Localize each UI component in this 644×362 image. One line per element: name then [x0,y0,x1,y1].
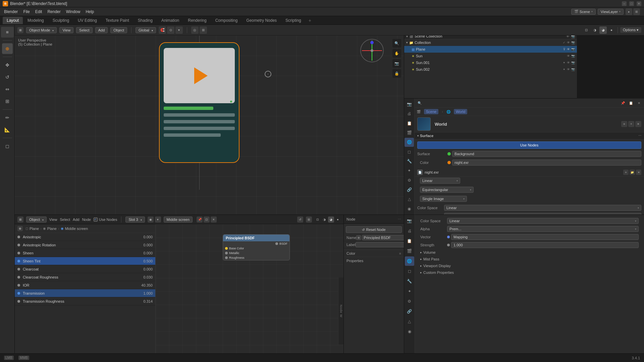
viewport-type-icon[interactable]: ⊞ [17,27,23,33]
render-btn[interactable]: ▸ [626,8,632,15]
shader-particles-icon[interactable]: ✦ [405,287,414,296]
mat-prop-ior[interactable]: IOR 40.350 [15,281,155,289]
node-popout-btn[interactable]: ⊡ [204,217,210,223]
outliner-collection[interactable]: ▾ 📁 Collection ✓ 👁 📷 [404,39,577,46]
plane-camera[interactable]: 📷 [571,48,575,51]
shader-cs-dropdown[interactable]: Linear ▾ [447,218,639,224]
object-mode-dropdown[interactable]: Object Mode ▾ [26,27,57,33]
rotate-tool[interactable]: ↺ [2,72,13,82]
move-tool[interactable]: ✥ [2,60,13,70]
cs-value-dropdown[interactable]: Linear ▾ [444,205,641,211]
camera-fly-icon[interactable]: 📷 [392,59,401,68]
node-shading-2[interactable]: ◑ [321,217,327,223]
shader-world-icon[interactable]: 🌐 [405,256,414,266]
hand-icon[interactable]: ✋ [392,49,401,58]
surface-value[interactable]: Background [452,151,641,157]
night-exr-unlink[interactable]: ✕ [636,170,641,175]
node-pin-btn[interactable]: 📌 [197,217,203,223]
viewport-3d[interactable]: User Perspective (5) Collection | Plane [15,36,404,215]
sun001-visibility[interactable]: 👁 [567,61,570,64]
node-add-label[interactable]: Add [73,218,79,222]
surface-options-icon[interactable]: ⋯ [638,134,641,137]
sun-camera[interactable]: 📷 [571,54,575,58]
tab-uv-editing[interactable]: UV Editing [74,17,101,24]
add-menu[interactable]: Add [95,27,108,33]
proportional-type[interactable]: ▾ [175,26,183,34]
props-close-btn[interactable]: ✕ [635,99,643,107]
mat-prop-transmission[interactable]: Transmission 1.000 [15,289,155,297]
transform-tool[interactable]: ⊞ [2,96,13,107]
collection-visibility[interactable]: ✓ [563,41,566,44]
menu-render[interactable]: Render [45,9,63,15]
tab-scripting[interactable]: Scripting [281,17,305,24]
principled-bsdf-node[interactable]: Principled BSDF BSDF Base Color Metallic… [223,234,290,260]
sun001-sun-icon[interactable]: ✦ [563,61,566,64]
add-cube-tool[interactable]: ◻ [2,141,13,152]
node-panel-options[interactable]: ⋯ [398,217,401,221]
shader-modifier-icon[interactable]: 🔧 [405,277,414,286]
night-exr-browse[interactable]: ≡ [623,170,629,175]
color-value[interactable]: night.exr [452,160,641,166]
shading-toggle[interactable]: ⊞ [200,26,207,34]
node-close-btn[interactable]: ✕ [211,217,217,223]
scene-props-icon[interactable]: 🎬 [405,128,414,137]
modifier-props-icon[interactable]: 🔧 [405,157,414,166]
plane-filter-icon[interactable]: ⊽ [563,48,566,51]
material-props-icon[interactable]: ◉ [405,204,414,213]
particles-props-icon[interactable]: ✦ [405,166,414,175]
close-button[interactable]: ✕ [637,1,641,6]
node-select-label[interactable]: Select [60,218,70,222]
linear-dropdown[interactable]: Linear ▾ [420,178,460,184]
node-shading-4[interactable]: ● [335,217,341,223]
overlay-btn[interactable]: ◎ [191,26,199,34]
annotate-tool[interactable]: ✏ [2,112,13,123]
node-shading-3[interactable]: ◕ [328,217,334,223]
transform-dropdown[interactable]: Global ▾ [136,27,156,33]
equirectangular-dropdown[interactable]: Equirectangular ▾ [420,187,474,193]
mat-prop-clearcoat-roughness[interactable]: Clearcoat Roughness 0.030 [15,273,155,281]
shader-vd-section[interactable]: ▸ Viewport Display [418,262,641,269]
shader-data-icon[interactable]: △ [405,317,414,326]
mat-prop-clearcoat[interactable]: Clearcoat 0.000 [15,265,155,273]
reset-node-button[interactable]: ↺ Reset Node [346,226,402,233]
tab-shading[interactable]: Shading [134,17,157,24]
props-search-btn[interactable]: 🔍 [416,99,423,107]
solid-shading[interactable]: ◑ [591,26,598,34]
night-exr-folder[interactable]: 📁 [630,170,635,175]
cursor-tool[interactable]: ⊕ [2,43,13,54]
measure-tool[interactable]: 📐 [2,124,13,135]
world-browse-btn[interactable]: ≡ [621,121,627,127]
shader-material-icon[interactable]: ◉ [405,327,414,336]
shader-object-icon[interactable]: ◻ [405,266,414,276]
material-shading[interactable]: ◕ [599,26,607,34]
mat-prop-anisotropic-rotation[interactable]: Anisotropic Rotation 0.000 [15,241,155,249]
surface-section-header[interactable]: ▾ Surface ⋯ [415,132,644,139]
use-nodes-button[interactable]: Use Nodes [417,141,641,149]
tab-compositing[interactable]: Compositing [211,17,242,24]
shader-view-layer-icon[interactable]: 📋 [405,236,414,246]
outliner-sun-002[interactable]: ☀ Sun.002 ✦ 👁 📷 [404,66,577,73]
props-copy-btn[interactable]: 📋 [627,99,635,107]
use-nodes-checkbox[interactable]: ✓ Use Nodes [94,218,117,222]
shader-volume-section[interactable]: ▸ Volume [418,249,641,256]
outliner-sun[interactable]: ☀ Sun 👁 📷 [404,53,577,59]
tab-sculpting[interactable]: Sculpting [49,17,73,24]
viewlayer-selector[interactable]: ViewLayer ▾ [598,9,624,15]
shader-constraints-icon[interactable]: 🔗 [405,307,414,316]
world-new-btn[interactable]: + [628,121,634,127]
add-workspace-button[interactable]: + [306,17,314,24]
props-pin-btn[interactable]: 📌 [619,99,627,107]
maximize-button[interactable]: □ [629,1,634,6]
proportional-edit[interactable]: ⊙ [167,26,174,34]
node-view-label[interactable]: View [49,218,57,222]
tab-geometry-nodes[interactable]: Geometry Nodes [242,17,281,24]
shader-mist-section[interactable]: ▸ Mist Pass [418,256,641,262]
shader-scene-icon[interactable]: 🎬 [405,246,414,256]
constraints-props-icon[interactable]: 🔗 [405,185,414,194]
plane-visibility[interactable]: 👁 [567,48,570,51]
render-shading[interactable]: ● [608,26,615,34]
tab-animation[interactable]: Animation [157,17,183,24]
sun002-sun-icon[interactable]: ✦ [563,68,566,71]
menu-window[interactable]: Window [63,9,83,15]
shader-output-icon[interactable]: 🖨 [405,226,414,236]
